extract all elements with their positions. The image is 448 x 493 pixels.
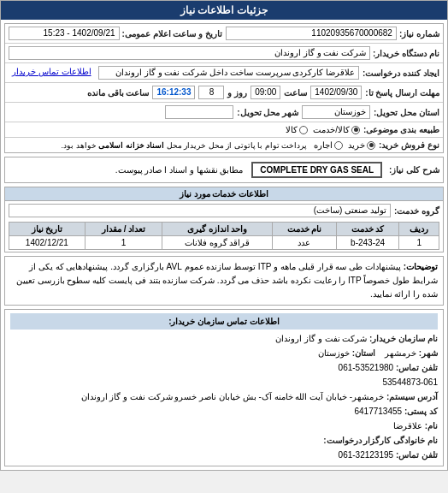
form-section: شماره نیاز: 11020935670000682 تاریخ و سا… bbox=[4, 23, 444, 153]
ejare-radio[interactable] bbox=[334, 141, 343, 150]
name-row: نام: علاقرضا bbox=[10, 419, 438, 433]
ostane-c-value: خوزستان bbox=[318, 348, 350, 358]
name2-label: نام خانوادگی کارگزار درخواست: bbox=[323, 436, 438, 445]
mohlat-label: مهلت ارسال پاسخ تا: bbox=[365, 88, 439, 98]
tell1-row: تلفن تماس: 53521980-061 bbox=[10, 360, 438, 375]
contact-buyer-title: اطلاعات تماس سازمان خریدار: bbox=[10, 313, 438, 330]
col-radif: ردیف bbox=[399, 223, 439, 236]
mohlat-rooz-label: روز و bbox=[227, 88, 247, 98]
tabiat-radio-group: کالا/خدمت کالا bbox=[286, 125, 360, 134]
codepost-label: کد پستی: bbox=[404, 407, 438, 416]
seal-box: COMPLETE DRY GAS SEAL bbox=[251, 162, 382, 178]
nav-radio-group: خرید اجاره bbox=[314, 140, 375, 150]
sharh-koli-label: شرح کلی نیاز: bbox=[389, 165, 439, 175]
khadamat-option[interactable]: کالا bbox=[286, 125, 308, 134]
name-label: نام: bbox=[425, 421, 438, 431]
col-shomareh: شماره نیاز: 11020935670000682 bbox=[226, 27, 439, 40]
tell1-value: 53521980-061 bbox=[339, 363, 394, 372]
sharh-section: شرح کلی نیاز: COMPLETE DRY GAS SEAL مطاب… bbox=[4, 157, 444, 183]
table-cell-tarikh: 1402/12/21 bbox=[9, 236, 85, 250]
khadamat-section: اطلاعات خدمات مورد نیاز گروه خدمت: تولید… bbox=[4, 187, 444, 252]
ejare-option[interactable]: اجاره bbox=[314, 140, 343, 150]
prdakht-text: پرداخت توام با پاتوتی از محل خریدار محل … bbox=[62, 141, 308, 150]
shahr-label: شهر محل تحویل: bbox=[237, 108, 298, 117]
namdastgah-label: نام دستگاه خریدار: bbox=[373, 49, 439, 58]
khadamat-section-title: اطلاعات خدمات مورد نیاز bbox=[5, 187, 443, 201]
address-row: آدرس سیستم: خرمشهر- خیابان آیت الله خامن… bbox=[10, 389, 438, 404]
codepost-value: 6417713455 bbox=[354, 407, 402, 416]
col-tarikh: تاریخ نیاز bbox=[9, 223, 85, 236]
mohlat-saat2-value: 16:12:33 bbox=[152, 86, 195, 99]
seal-text: COMPLETE DRY GAS SEAL bbox=[260, 165, 374, 175]
row-shomareh: شماره نیاز: 11020935670000682 تاریخ و سا… bbox=[5, 24, 443, 43]
contact-section: اطلاعات تماس سازمان خریدار: نام سازمان خ… bbox=[4, 309, 444, 466]
tabiat-label: طبیعه بندی موضوعی: bbox=[363, 125, 439, 134]
address-value: خرمشهر- خیابان آیت الله خامنه آک- بش خیا… bbox=[81, 392, 385, 401]
group-khadamat-row: گروه خدمت: تولید صنعتی (ساخت) bbox=[5, 201, 443, 220]
header-title: جزئیات اطلاعات نیاز bbox=[180, 4, 268, 16]
col-tarikh: تاریخ و ساعت اعلام عمومی: 1402/09/21 - 1… bbox=[9, 27, 222, 40]
col-vahed: واحد اندازه گیری bbox=[162, 223, 273, 236]
tell3-row: تلفن تماس: 32123195-061 bbox=[10, 448, 438, 462]
table-cell-radif: 1 bbox=[399, 236, 439, 250]
notes-text: پیشنهادات طی سه قرار قبلی ماهه و ITP توس… bbox=[16, 262, 438, 299]
shomareh-value: 11020935670000682 bbox=[226, 27, 397, 40]
tarikh-label: تاریخ و ساعت اعلام عمومی: bbox=[122, 29, 222, 39]
ostane-value: خوزستان bbox=[302, 105, 370, 119]
ejare-label: اجاره bbox=[314, 140, 333, 150]
shahr-value bbox=[165, 105, 233, 119]
ejad-value: علاقرضا کارکردی سرپرست ساخت داخل شرکت نف… bbox=[98, 66, 360, 80]
city-row: شهر: خرمشهر استان: خوزستان bbox=[10, 346, 438, 360]
col-nam: نام خدمت bbox=[273, 223, 337, 236]
mohlat-saat2-label: ساعت باقی مانده bbox=[87, 88, 150, 98]
kharid-radio[interactable] bbox=[367, 141, 375, 150]
etelaat-link[interactable]: اطلاعات تماس خریدار bbox=[9, 66, 95, 80]
tell3-value: 32123195-061 bbox=[339, 450, 394, 460]
tell1-label: تلفن تماس: bbox=[396, 363, 438, 372]
group-khadamat-label: گروه خدمت: bbox=[394, 206, 439, 216]
table-cell-nam: عدد bbox=[273, 236, 337, 250]
sharh-row: شرح کلی نیاز: COMPLETE DRY GAS SEAL مطاب… bbox=[5, 157, 443, 182]
khadamat-label: کالا bbox=[286, 125, 298, 134]
mohlat-rooz-value: 8 bbox=[198, 86, 224, 99]
kala-radio[interactable] bbox=[351, 126, 360, 134]
kala-label: کالا/خدمت bbox=[313, 125, 350, 134]
ostane-c-label: استان: bbox=[352, 348, 375, 358]
tell2-value: 53544873-061 bbox=[382, 377, 438, 387]
contact-grid: اطلاعات تماس سازمان خریدار: نام سازمان خ… bbox=[5, 310, 443, 466]
row-ostane: استان محل تحویل: خوزستان شهر محل تحویل: bbox=[5, 102, 443, 122]
city-label: شهر: bbox=[419, 348, 438, 358]
buyer-name-row: نام سازمان خریدار: شرکت نفت و گاز اروندا… bbox=[10, 331, 438, 346]
table-cell-kod: b-243-24 bbox=[336, 236, 399, 250]
col-tedad: تعداد / مقدار bbox=[85, 223, 162, 236]
col-namdastgah: نام دستگاه خریدار: شرکت نفت و گاز اروندا… bbox=[9, 46, 439, 60]
kharid-option[interactable]: خرید bbox=[348, 140, 375, 150]
row-namdastgah: نام دستگاه خریدار: شرکت نفت و گاز اروندا… bbox=[5, 43, 443, 62]
name-value: علاقرضا bbox=[393, 421, 422, 431]
services-table: ردیف کد خدمت نام خدمت واحد اندازه گیری ت… bbox=[9, 222, 439, 250]
ejad-label: ایجاد کننده درخواست: bbox=[363, 68, 439, 78]
khadamat-radio[interactable] bbox=[299, 126, 308, 134]
row-navfaroosh: نوع فروش خرید: خرید اجاره پرداخت توام با… bbox=[5, 137, 443, 152]
seal-text2: مطابق نقشها و اسناد ا صادر پیوست. bbox=[115, 165, 243, 175]
buyer-name-label: نام سازمان خریدار: bbox=[369, 334, 438, 343]
col-kod: کد خدمت bbox=[336, 223, 399, 236]
table-cell-tedad: 1 bbox=[85, 236, 162, 250]
mohlat-saat-label: ساعت bbox=[284, 88, 307, 98]
buyer-name-value: شرکت نفت و گاز اروندان bbox=[275, 334, 367, 343]
kharid-label: خرید bbox=[348, 140, 365, 150]
page-header: جزئیات اطلاعات نیاز bbox=[1, 1, 447, 20]
mohlat-saat-value: 09:00 bbox=[251, 86, 280, 99]
kala-option[interactable]: کالا/خدمت bbox=[313, 125, 360, 134]
city-value: خرمشهر bbox=[385, 348, 416, 358]
tell2-row: 53544873-061 bbox=[10, 375, 438, 389]
shomareh-label: شماره نیاز: bbox=[399, 29, 439, 39]
tell3-label: تلفن تماس: bbox=[396, 450, 438, 460]
row-mohlat: مهلت ارسال پاسخ تا: 1402/09/30 ساعت 09:0… bbox=[5, 82, 443, 102]
table-container: ردیف کد خدمت نام خدمت واحد اندازه گیری ت… bbox=[5, 220, 443, 252]
table-cell-vahed: قراقد گروه فلانات bbox=[162, 236, 273, 250]
row-ejad: ایجاد کننده درخواست: علاقرضا کارکردی سرپ… bbox=[5, 62, 443, 82]
tarikh-value: 1402/09/21 - 15:23 bbox=[9, 27, 120, 40]
group-khadamat-value: تولید صنعتی (ساخت) bbox=[9, 204, 391, 217]
ostane-label: استان محل تحویل: bbox=[374, 108, 439, 117]
